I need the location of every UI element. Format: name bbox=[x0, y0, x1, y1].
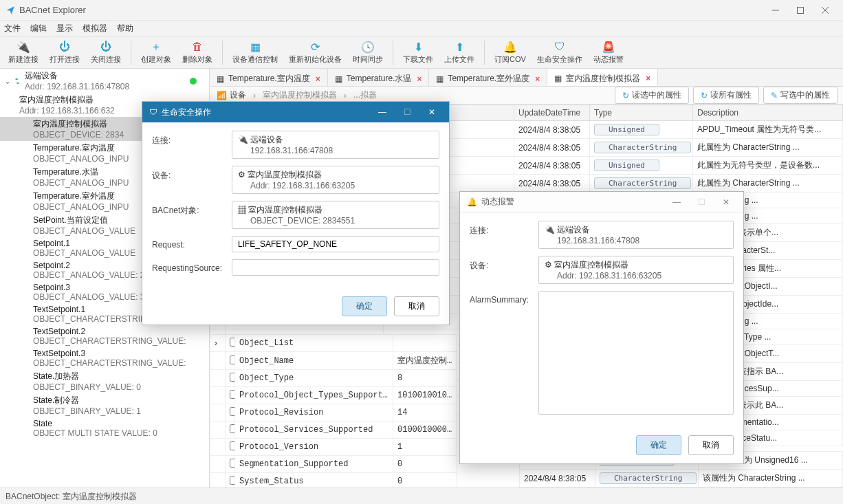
plug-icon: 🔌 bbox=[17, 41, 30, 53]
toolbar-device-grid[interactable]: ▦设备通信控制 bbox=[227, 39, 283, 66]
row-checkbox[interactable] bbox=[230, 407, 235, 416]
breadcrumb[interactable]: 📶设备 bbox=[210, 88, 253, 102]
toolbar-plus[interactable]: ＋创建对象 bbox=[135, 39, 177, 66]
table-row[interactable]: Protocol_Services_Supported010001000001 bbox=[210, 421, 457, 439]
close-button[interactable] bbox=[813, 0, 837, 21]
row-checkbox[interactable] bbox=[230, 390, 235, 399]
dialog-close-button[interactable]: ✕ bbox=[716, 197, 736, 207]
tree-object[interactable]: TextSetpoint.2OBJECT_CHARACTERSTRING_VAL… bbox=[0, 325, 209, 347]
breadcrumb-hidden[interactable]: 室内温度控制模拟器 bbox=[256, 88, 344, 102]
dialog-maximize-button[interactable]: ☐ bbox=[397, 107, 417, 117]
device-picker[interactable]: ⚙ 室内温度控制模拟器 Addr: 192.168.31.166:63205 bbox=[232, 166, 439, 194]
toolbar-power-off[interactable]: ⏻关闭连接 bbox=[85, 39, 127, 66]
tree-remote-device[interactable]: ⌄ 远端设备 Addr: 192.168.31.166:47808 bbox=[0, 69, 209, 93]
request-select[interactable] bbox=[232, 236, 439, 252]
row-checkbox[interactable] bbox=[230, 441, 235, 450]
clock-icon: 🕓 bbox=[361, 41, 375, 53]
tab-label: Temperature.水温 bbox=[347, 73, 412, 85]
tree-object[interactable]: StateOBJECT MULTI STATE VALUE: 0 bbox=[0, 417, 209, 439]
table-row[interactable]: Object_Type8 bbox=[210, 370, 457, 387]
tab[interactable]: ▦室内温度控制模拟器× bbox=[547, 69, 658, 86]
table-row[interactable]: Protocol_Revision14 bbox=[210, 404, 457, 421]
titlebar: BACnet Explorer bbox=[0, 0, 843, 21]
row-checkbox[interactable] bbox=[230, 373, 235, 382]
alarm-summary-box[interactable] bbox=[538, 291, 734, 415]
table-row[interactable]: Protocol_Object_Types_Supported101001001… bbox=[210, 387, 457, 404]
toolbar-download[interactable]: ⬇下载文件 bbox=[397, 39, 439, 66]
row-checkbox[interactable] bbox=[230, 338, 235, 347]
close-icon[interactable]: × bbox=[646, 74, 650, 83]
toolbar-shield[interactable]: 🛡生命安全操作 bbox=[532, 39, 588, 66]
power-off-icon: ⏻ bbox=[100, 41, 111, 53]
grid-icon: ▦ bbox=[554, 74, 562, 83]
field-label: 连接: bbox=[152, 131, 232, 146]
tab[interactable]: ▦Temperature.室内温度× bbox=[210, 69, 328, 86]
toolbar-power[interactable]: ⏻打开连接 bbox=[44, 39, 85, 66]
toolbar-refresh[interactable]: ⟳重新初始化设备 bbox=[283, 39, 347, 66]
maximize-button[interactable] bbox=[788, 0, 813, 21]
chevron-right-icon[interactable]: › bbox=[215, 338, 217, 348]
cancel-button[interactable]: 取消 bbox=[688, 435, 734, 455]
row-checkbox[interactable] bbox=[230, 476, 235, 485]
menu-help[interactable]: 帮助 bbox=[117, 23, 133, 34]
toolbar-alarm[interactable]: 🚨动态报警 bbox=[588, 39, 629, 66]
connection-picker[interactable]: 🔌 远端设备 192.168.31.166:47808 bbox=[538, 221, 734, 249]
dialog-titlebar[interactable]: 🛡 生命安全操作 — ☐ ✕ bbox=[142, 102, 449, 122]
menu-file[interactable]: 文件 bbox=[4, 23, 21, 34]
grid-header-updatetime[interactable]: UpdateDateTime bbox=[514, 105, 590, 121]
alarm-icon: 🚨 bbox=[602, 41, 615, 53]
table-row[interactable]: Segmentation_Supported0 bbox=[210, 456, 457, 473]
object-picker[interactable]: ▦ 室内温度控制模拟器 OBJECT_DEVICE: 2834551 bbox=[232, 201, 439, 229]
tab[interactable]: ▦Temperature.水温× bbox=[328, 69, 430, 86]
connection-picker[interactable]: 🔌 远端设备 192.168.31.166:47808 bbox=[232, 131, 439, 159]
toolbar-separator bbox=[131, 41, 131, 65]
menu-view[interactable]: 显示 bbox=[56, 23, 73, 34]
life-safety-dialog: 🛡 生命安全操作 — ☐ ✕ 连接: 🔌 远端设备 192.168.31.166… bbox=[142, 101, 450, 325]
read-selected-button[interactable]: ↻读选中的属性 bbox=[615, 87, 689, 104]
menu-sim[interactable]: 模拟器 bbox=[83, 23, 107, 34]
row-checkbox[interactable] bbox=[230, 355, 235, 364]
table-row[interactable]: Protocol_Version1 bbox=[210, 439, 457, 456]
dialog-minimize-button[interactable]: — bbox=[372, 107, 393, 117]
toolbar-trash[interactable]: 🗑删除对象 bbox=[177, 39, 218, 66]
write-selected-button[interactable]: ✎写选中的属性 bbox=[763, 87, 837, 104]
tree-object[interactable]: State.制冷器OBJECT_BINARY_VALUE: 1 bbox=[0, 393, 209, 417]
toolbar-clock[interactable]: 🕓时间同步 bbox=[347, 39, 388, 66]
dialog-minimize-button[interactable]: — bbox=[666, 197, 687, 207]
tab-label: Temperature.室外温度 bbox=[448, 73, 529, 85]
close-icon[interactable]: × bbox=[316, 74, 320, 84]
tab[interactable]: ▦Temperature.室外温度× bbox=[429, 69, 547, 86]
close-icon[interactable]: × bbox=[535, 74, 540, 84]
toolbar-plug[interactable]: 🔌新建连接 bbox=[3, 39, 44, 66]
tree-item-sub: OBJECT_BINARY_VALUE: 1 bbox=[33, 406, 206, 416]
grid-header-type[interactable]: Type bbox=[590, 105, 693, 121]
grid-header-description[interactable]: Description bbox=[693, 105, 843, 121]
row-checkbox[interactable] bbox=[230, 459, 235, 468]
table-row[interactable]: ›Object_List bbox=[210, 335, 457, 352]
toolbar-bell[interactable]: 🔔订阅COV bbox=[489, 39, 532, 66]
menu-edit[interactable]: 编辑 bbox=[30, 23, 47, 34]
ok-button[interactable]: 确定 bbox=[636, 435, 681, 455]
requesting-source-input[interactable] bbox=[232, 259, 439, 276]
table-row[interactable]: 2024/8/4 8:38:05CharacterString该属性为 Char… bbox=[520, 470, 843, 487]
read-all-button[interactable]: ↻读所有属性 bbox=[693, 87, 759, 104]
table-row[interactable]: Object_Name室内温度控制模拟 bbox=[210, 352, 457, 370]
close-icon[interactable]: × bbox=[417, 74, 422, 84]
row-checkbox[interactable] bbox=[230, 424, 235, 433]
table-row[interactable]: System_Status0 bbox=[210, 473, 457, 488]
device-grid-icon: ▦ bbox=[250, 41, 261, 53]
breadcrumb-3[interactable]: ...拟器 bbox=[347, 88, 384, 102]
device-picker[interactable]: ⚙ 室内温度控制模拟器 Addr: 192.168.31.166:63205 bbox=[538, 256, 734, 284]
tree-object[interactable]: TextSetpoint.3OBJECT_CHARACTERSTRING_VAL… bbox=[0, 347, 209, 369]
dialog-titlebar[interactable]: 🔔 动态报警 — ☐ ✕ bbox=[460, 192, 743, 212]
tree-root-sub: Addr: 192.168.31.166:47808 bbox=[25, 82, 190, 91]
dialog-close-button[interactable]: ✕ bbox=[422, 107, 442, 117]
cancel-button[interactable]: 取消 bbox=[394, 296, 439, 316]
toolbar-upload[interactable]: ⬆上传文件 bbox=[439, 39, 480, 66]
toolbar-separator bbox=[393, 41, 393, 65]
minimize-button[interactable] bbox=[763, 0, 788, 21]
menubar: 文件 编辑 显示 模拟器 帮助 bbox=[0, 21, 843, 37]
dialog-maximize-button[interactable]: ☐ bbox=[691, 197, 712, 207]
ok-button[interactable]: 确定 bbox=[342, 296, 387, 316]
tree-object[interactable]: State.加热器OBJECT_BINARY_VALUE: 0 bbox=[0, 369, 209, 393]
